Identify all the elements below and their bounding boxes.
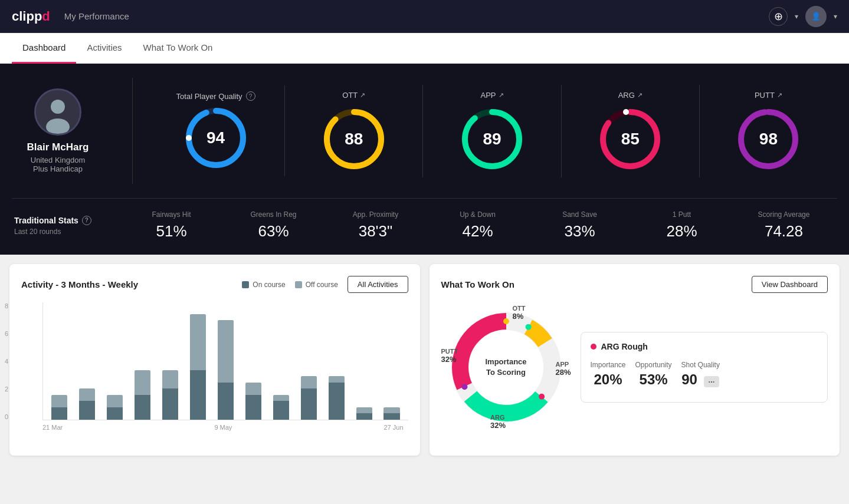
chart-area — [42, 302, 408, 420]
work-on-header: What To Work On View Dashboard — [441, 276, 828, 293]
on-course-bar — [329, 383, 345, 420]
tab-dashboard[interactable]: Dashboard — [12, 33, 76, 64]
app-label: APP ↗ — [481, 91, 504, 100]
quality-metrics: Total Player Quality ? 94 OTT ↗ — [147, 85, 837, 177]
avatar-dropdown-icon[interactable]: ▾ — [834, 12, 837, 21]
on-course-bar — [135, 395, 150, 420]
total-quality-label: Total Player Quality ? — [176, 91, 255, 101]
donut-center-label: ImportanceTo Scoring — [485, 357, 526, 378]
bar-group — [48, 302, 71, 420]
ott-chart: 88 — [322, 107, 386, 172]
off-course-dot — [295, 281, 302, 288]
stat-oneputt: 1 Putt 28% — [631, 210, 733, 241]
on-course-bar — [79, 401, 95, 420]
arg-arrow-icon: ↗ — [637, 91, 643, 99]
activity-legend: On course Off course — [242, 281, 338, 289]
putt-arrow-icon: ↗ — [777, 91, 782, 99]
bar-group — [353, 302, 376, 420]
on-course-bar — [356, 413, 372, 420]
putt-value: 98 — [759, 130, 778, 149]
off-course-bar — [218, 320, 234, 383]
activity-card: Activity - 3 Months - Weekly On course O… — [9, 264, 420, 456]
svg-point-1 — [51, 100, 65, 114]
on-course-bar — [245, 395, 261, 420]
on-course-bar — [273, 401, 289, 420]
logo-text: clippd — [12, 9, 50, 24]
stat-fairways: Fairways Hit 51% — [120, 210, 222, 241]
arg-highlight-card: ARG Rough Importance 20% Opportunity 53%… — [581, 332, 828, 403]
tab-activities[interactable]: Activities — [76, 33, 132, 64]
on-course-dot — [242, 281, 249, 288]
on-course-bar — [190, 370, 206, 420]
off-course-bar — [356, 407, 372, 414]
stat-scoring: Scoring Average 74.28 — [733, 210, 835, 241]
bar-group — [214, 302, 237, 420]
tab-what-to-work-on[interactable]: What To Work On — [133, 33, 224, 64]
bar-group — [325, 302, 348, 420]
arg-dot-icon — [591, 344, 596, 350]
stats-title: Traditional Stats ? — [14, 216, 120, 225]
off-course-bar — [301, 376, 317, 388]
avatar-icon: 👤 — [811, 12, 821, 21]
legend-on-course: On course — [242, 281, 285, 289]
on-course-bar — [107, 407, 123, 420]
stats-row: Traditional Stats ? Last 20 rounds Fairw… — [12, 198, 837, 241]
off-course-bar — [51, 395, 67, 407]
plus-circle-icon: ⊕ — [774, 10, 783, 23]
bar-chart: 8 6 4 2 0 21 Mar 9 May 27 Jun — [21, 302, 408, 444]
on-course-bar — [51, 407, 67, 420]
arg-opportunity: Opportunity 53% — [635, 361, 672, 388]
player-country: United Kingdom — [31, 156, 86, 164]
add-button[interactable]: ⊕ — [769, 7, 788, 26]
ott-label: OTT ↗ — [342, 91, 365, 100]
app-chart: 89 — [460, 107, 525, 172]
on-course-bar — [162, 388, 178, 420]
avatar-large — [34, 88, 81, 136]
bar-group — [381, 302, 404, 420]
arg-chart: 85 — [598, 107, 663, 172]
avatar[interactable]: 👤 — [805, 6, 827, 27]
on-course-bar — [301, 388, 317, 420]
bar-group — [76, 302, 99, 420]
off-course-bar — [162, 370, 178, 389]
off-course-bar — [245, 383, 261, 395]
ott-value: 88 — [345, 130, 363, 149]
off-course-bar — [190, 314, 206, 370]
y-axis-labels: 8 6 4 2 0 — [5, 302, 8, 420]
stat-greens: Greens In Reg 63% — [222, 210, 324, 241]
off-course-bar — [273, 395, 289, 401]
arg-label: ARG ↗ — [618, 91, 643, 100]
tabs: Dashboard Activities What To Work On — [0, 33, 849, 64]
off-course-bar — [329, 376, 345, 383]
bar-group — [131, 302, 154, 420]
view-dashboard-button[interactable]: View Dashboard — [752, 276, 828, 293]
activity-card-title: Activity - 3 Months - Weekly — [21, 279, 232, 289]
work-on-title: What To Work On — [441, 279, 752, 289]
arg-card-title: ARG Rough — [591, 342, 818, 351]
bar-group — [103, 302, 126, 420]
add-dropdown-icon[interactable]: ▾ — [795, 12, 798, 21]
work-on-content: ImportanceTo Scoring OTT8% APP28% ARG32%… — [441, 302, 828, 432]
ott-arrow-icon: ↗ — [360, 91, 365, 99]
app-metric: APP ↗ 89 — [423, 85, 561, 177]
stats-help-icon[interactable]: ? — [82, 216, 91, 225]
arg-importance: Importance 20% — [591, 361, 626, 388]
stat-updown: Up & Down 42% — [427, 210, 529, 241]
total-quality-metric: Total Player Quality ? 94 — [147, 85, 285, 176]
donut-chart: ImportanceTo Scoring OTT8% APP28% ARG32%… — [441, 302, 571, 432]
all-activities-button[interactable]: All Activities — [348, 276, 408, 293]
activity-card-header: Activity - 3 Months - Weekly On course O… — [21, 276, 408, 293]
arg-value: 85 — [621, 130, 640, 149]
ott-metric: OTT ↗ 88 — [285, 85, 423, 177]
total-quality-value: 94 — [206, 129, 225, 147]
quality-row: Blair McHarg United Kingdom Plus Handica… — [12, 78, 837, 184]
x-axis-labels: 21 Mar 9 May 27 Jun — [21, 420, 408, 431]
on-course-bar — [218, 383, 234, 420]
putt-metric: PUTT ↗ 98 — [700, 85, 837, 177]
stats-subtitle: Last 20 rounds — [14, 228, 120, 236]
arg-shot-quality: Shot Quality 90 ··· — [681, 361, 720, 388]
app-arrow-icon: ↗ — [499, 91, 504, 99]
total-quality-help[interactable]: ? — [246, 91, 255, 101]
off-course-bar — [135, 370, 150, 395]
work-on-card: What To Work On View Dashboard Importanc… — [430, 264, 840, 456]
